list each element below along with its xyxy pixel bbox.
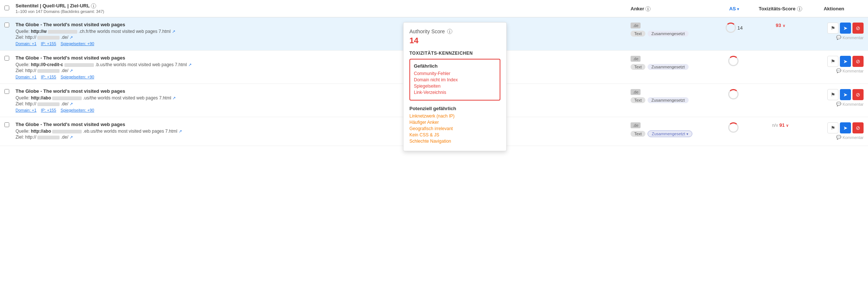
- row-aktionen-1: ⚑ ➤ ⊘ 💬 Kommentar: [804, 22, 864, 40]
- row-toxizitat-3: [756, 88, 804, 89]
- badge-container-4: Text Zusammengesetzt ▾: [631, 130, 712, 137]
- target-ext-link-3[interactable]: ↗: [70, 102, 73, 106]
- flag-button-2[interactable]: ⚑: [827, 56, 838, 67]
- tooltip-warning-item-3[interactable]: Kein CSS & JS: [409, 132, 500, 137]
- send-button-3[interactable]: ➤: [840, 89, 851, 100]
- anker-domain-3: .de: [631, 89, 641, 95]
- kommentar-link-3[interactable]: 💬 Kommentar: [836, 102, 864, 106]
- tooltip-danger-item-1[interactable]: Domain nicht im Index: [414, 77, 496, 82]
- badge-zusammengesetzt-4[interactable]: Zusammengesetzt ▾: [648, 130, 692, 137]
- anker-domain-1: .de: [631, 23, 641, 28]
- row-as-4: [712, 122, 756, 133]
- row-as-3: [712, 88, 756, 99]
- row-anker-1: .de Text Zusammengesetzt: [631, 22, 712, 37]
- action-buttons-4: ⚑ ➤ ⊘: [827, 122, 864, 133]
- ip-link-3[interactable]: IP: +155: [41, 108, 56, 112]
- target-ext-link-2[interactable]: ↗: [70, 68, 73, 73]
- tooltip-danger-box: Gefährlich Community-Fehler Domain nicht…: [409, 59, 500, 101]
- send-button-2[interactable]: ➤: [840, 56, 851, 67]
- header-title-label: Seitentitel | Quell-URL | Ziel-URL: [16, 3, 90, 9]
- row-content-3: The Globe - The world's most visited web…: [16, 88, 631, 112]
- tooltip-danger-item-3[interactable]: Link-Verzeichnis: [414, 90, 496, 95]
- row-content-2: The Globe - The world's most visited web…: [16, 55, 631, 79]
- source-ext-link-4[interactable]: ↗: [179, 129, 182, 133]
- tooltip-title: Authority Score ℹ: [409, 28, 500, 34]
- tooltip-info-icon[interactable]: ℹ: [447, 29, 452, 34]
- row-checkbox-4[interactable]: [4, 122, 16, 128]
- toxizitat-value-1[interactable]: 93 ∨: [776, 23, 785, 28]
- badge-text-2[interactable]: Text: [631, 64, 645, 70]
- block-button-4[interactable]: ⊘: [852, 122, 864, 133]
- tooltip-danger-item-2[interactable]: Spiegelseiten: [414, 84, 496, 89]
- row-target-2: Ziel: http:// .de/ ↗: [16, 68, 631, 73]
- select-all-checkbox[interactable]: [4, 6, 9, 10]
- header-checkbox[interactable]: [4, 6, 16, 11]
- as-value-1: 14: [737, 25, 743, 31]
- row-checkbox-2[interactable]: [4, 55, 16, 62]
- kommentar-link-2[interactable]: 💬 Kommentar: [836, 68, 864, 73]
- row-toxizitat-4: n/v 91 ∨: [756, 122, 804, 128]
- flag-button-3[interactable]: ⚑: [827, 89, 838, 100]
- source-ext-link-3[interactable]: ↗: [172, 96, 176, 100]
- badge-zusammengesetzt-3[interactable]: Zusammengesetzt: [648, 97, 688, 103]
- tooltip-warning-label: Potenziell gefährlich: [409, 106, 500, 111]
- row-checkbox-3[interactable]: [4, 88, 16, 95]
- header-as[interactable]: AS ▾: [712, 6, 756, 11]
- domain-link-3[interactable]: Domain: +1: [16, 108, 37, 112]
- row-title-4: The Globe - The world's most visited web…: [16, 122, 631, 127]
- flag-button-1[interactable]: ⚑: [827, 23, 838, 34]
- row-toxizitat-2: [756, 55, 804, 56]
- header-toxizitat: Toxizitäts-Score ℹ: [756, 6, 804, 11]
- ip-link-2[interactable]: IP: +155: [41, 75, 56, 79]
- badge-container-3: Text Zusammengesetzt: [631, 97, 712, 103]
- block-button-2[interactable]: ⊘: [852, 56, 864, 67]
- block-button-3[interactable]: ⊘: [852, 89, 864, 100]
- anker-info-icon[interactable]: ℹ: [645, 6, 651, 11]
- row-checkbox-1[interactable]: [4, 22, 16, 28]
- row-links-2: Domain: +1 IP: +155 Spiegelseiten: +90: [16, 75, 631, 79]
- badge-text-4[interactable]: Text: [631, 131, 645, 137]
- row-title-2: The Globe - The world's most visited web…: [16, 55, 631, 61]
- header-title-col: Seitentitel | Quell-URL | Ziel-URL ℹ 1–1…: [16, 3, 631, 14]
- row-source-2: Quelle: http://0-credit-c .b.us/the worl…: [16, 62, 631, 67]
- row-source-4: Quelle: http://abo .eb.us/the worlds mos…: [16, 129, 631, 134]
- source-ext-link-1[interactable]: ↗: [172, 29, 175, 34]
- badge-container-1: Text Zusammengesetzt: [631, 31, 712, 37]
- row-links-3: Domain: +1 IP: +155 Spiegelseiten: +90: [16, 108, 631, 112]
- action-buttons-3: ⚑ ➤ ⊘: [827, 89, 864, 100]
- target-ext-link-4[interactable]: ↗: [70, 135, 73, 139]
- source-ext-link-2[interactable]: ↗: [188, 62, 192, 67]
- badge-zusammengesetzt-1[interactable]: Zusammengesetzt: [648, 31, 688, 37]
- domain-link-1[interactable]: Domain: +1: [16, 41, 37, 46]
- row-aktionen-2: ⚑ ➤ ⊘ 💬 Kommentar: [804, 55, 864, 73]
- anker-domain-2: .de: [631, 56, 641, 62]
- row-aktionen-3: ⚑ ➤ ⊘ 💬 Kommentar: [804, 88, 864, 106]
- domain-link-2[interactable]: Domain: +1: [16, 75, 37, 79]
- target-ext-link-1[interactable]: ↗: [70, 35, 73, 40]
- spiegel-link-3[interactable]: Spiegelseiten: +90: [61, 108, 94, 112]
- toxizitat-value-4[interactable]: 91 ∨: [779, 122, 788, 128]
- badge-text-3[interactable]: Text: [631, 97, 645, 103]
- tooltip-warning-item-2[interactable]: Geografisch irrelevant: [409, 126, 500, 131]
- send-button-1[interactable]: ➤: [840, 23, 851, 34]
- tooltip-warning-item-1[interactable]: Häufiger Anker: [409, 120, 500, 125]
- kommentar-link-1[interactable]: 💬 Kommentar: [836, 35, 864, 40]
- badge-text-1[interactable]: Text: [631, 31, 645, 37]
- kommentar-link-4[interactable]: 💬 Kommentar: [836, 135, 864, 140]
- flag-button-4[interactable]: ⚑: [827, 122, 838, 133]
- as-circle-1: [726, 23, 736, 33]
- spiegel-link-1[interactable]: Spiegelseiten: +90: [61, 41, 94, 46]
- toxizitat-info-icon[interactable]: ℹ: [797, 6, 802, 11]
- row-source-3: Quelle: http://abo .us/the worlds most v…: [16, 95, 631, 101]
- tooltip-danger-item-0[interactable]: Community-Fehler: [414, 71, 496, 76]
- tooltip-warning-item-4[interactable]: Schlechte Navigation: [409, 139, 500, 144]
- header-info-icon[interactable]: ℹ: [91, 3, 96, 9]
- block-button-1[interactable]: ⊘: [852, 23, 864, 34]
- tooltip-warning-item-0[interactable]: Linknetzwerk (nach IP): [409, 113, 500, 119]
- row-title-3: The Globe - The world's most visited web…: [16, 88, 631, 94]
- row-as-1: 14: [712, 22, 756, 33]
- send-button-4[interactable]: ➤: [840, 122, 851, 133]
- spiegel-link-2[interactable]: Spiegelseiten: +90: [61, 75, 94, 79]
- badge-zusammengesetzt-2[interactable]: Zusammengesetzt: [648, 64, 688, 70]
- ip-link-1[interactable]: IP: +155: [41, 41, 56, 46]
